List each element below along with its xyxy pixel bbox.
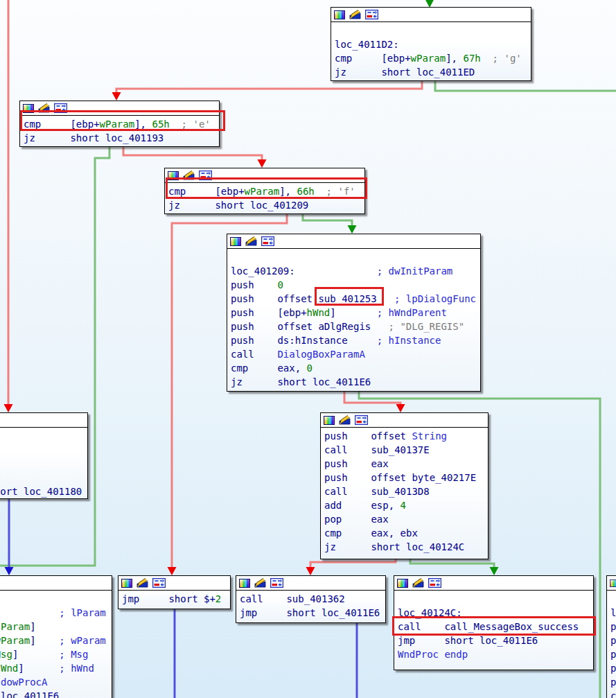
- code-line[interactable]: jmp short $+2: [122, 592, 230, 606]
- code-token[interactable]: jz short loc_401209: [168, 200, 308, 211]
- code-token[interactable]: cmp eax,: [231, 363, 307, 374]
- code-line[interactable]: push [ebp+wParam] ; wParam: [0, 634, 112, 647]
- code-token[interactable]: ]: [30, 635, 59, 646]
- group-node-icon[interactable]: [428, 578, 441, 588]
- block-titlebar[interactable]: [0, 413, 87, 428]
- code-token[interactable]: DialogBoxParamA: [277, 349, 364, 360]
- group-node-icon[interactable]: [152, 578, 166, 588]
- block-titlebar[interactable]: [321, 413, 488, 428]
- code-token[interactable]: jz short loc_401180: [0, 486, 82, 497]
- code-token[interactable]: String: [412, 430, 447, 442]
- node-color-palette-icon[interactable]: [230, 237, 241, 246]
- code-token[interactable]: ; lParam: [59, 607, 105, 618]
- code-token[interactable]: jz short loc_401193: [24, 132, 164, 143]
- node-color-palette-icon[interactable]: [397, 579, 408, 588]
- code-line[interactable]: [335, 24, 531, 37]
- code-line[interactable]: push ds:hInstance ; hInstance: [231, 333, 480, 347]
- block-titlebar[interactable]: [236, 576, 385, 591]
- code-line[interactable]: call sub_4013D8: [324, 485, 488, 498]
- code-line[interactable]: push: [610, 661, 616, 675]
- code-token[interactable]: jmp short loc_4011E6: [0, 690, 59, 698]
- code-line[interactable]: push offset byte_40217E: [324, 471, 488, 485]
- edit-node-icon[interactable]: [349, 10, 361, 19]
- code-token[interactable]: loc_4011E6:: [0, 607, 59, 618]
- group-node-icon[interactable]: [270, 578, 283, 588]
- code-token[interactable]: ],: [446, 53, 463, 64]
- code-token[interactable]: push: [231, 279, 277, 290]
- code-token[interactable]: jmp short loc_4011E6: [398, 635, 538, 646]
- code-line[interactable]: loc_4011E6: ; lParam: [0, 606, 112, 620]
- code-token[interactable]: ]: [12, 649, 59, 660]
- code-token[interactable]: push offset: [324, 430, 412, 442]
- code-line[interactable]: loc_4011D2:: [335, 37, 531, 51]
- code-token[interactable]: ; dwInitParam: [377, 265, 453, 277]
- basic-block-push_string[interactable]: push offset Stringcall sub_40137Epush ea…: [320, 412, 489, 559]
- code-token[interactable]: ; hWnd: [59, 663, 94, 674]
- code-line[interactable]: call sub_401362: [240, 592, 385, 606]
- code-token[interactable]: wParam: [411, 53, 446, 64]
- code-line[interactable]: [610, 592, 616, 606]
- code-line[interactable]: pop eax: [324, 512, 488, 526]
- code-line[interactable]: call: [610, 689, 616, 698]
- code-line[interactable]: cmp eax, 0: [231, 361, 480, 375]
- code-line[interactable]: push [ebp+hWnd] ; hWnd: [0, 661, 112, 675]
- code-token[interactable]: hWnd: [0, 663, 18, 674]
- code-line[interactable]: push: [610, 647, 616, 661]
- code-line[interactable]: push: [610, 634, 616, 647]
- code-token[interactable]: cmp [ebp+: [335, 53, 411, 64]
- code-token[interactable]: 0: [277, 279, 283, 290]
- code-token[interactable]: call: [231, 349, 277, 360]
- code-token[interactable]: push: [610, 677, 616, 688]
- code-token[interactable]: push: [610, 635, 616, 646]
- basic-block-loc_4011D2[interactable]: loc_4011D2:cmp [ebp+wParam], 67h ; 'g'jz…: [331, 7, 531, 81]
- code-line[interactable]: push: [610, 675, 616, 689]
- code-line[interactable]: jz short loc_401180: [0, 485, 87, 498]
- code-line[interactable]: jz short loc_4011E6: [231, 375, 480, 389]
- code-token[interactable]: jz short loc_4011ED: [335, 67, 475, 78]
- code-line[interactable]: jz short loc_4011ED: [335, 65, 531, 79]
- basic-block-defwindowproc[interactable]: loc_4011E6: ; lParampush [ebp+lParam]pus…: [0, 575, 112, 698]
- code-token[interactable]: pop eax: [324, 514, 389, 525]
- code-token[interactable]: 67h: [463, 53, 480, 64]
- code-line[interactable]: [0, 592, 112, 606]
- code-token[interactable]: jz short loc_40124C: [324, 541, 464, 552]
- edit-node-icon[interactable]: [137, 578, 148, 588]
- code-line[interactable]: [0, 457, 87, 471]
- edit-node-icon[interactable]: [254, 578, 266, 588]
- code-token[interactable]: ; Msg: [59, 649, 88, 660]
- edit-node-icon[interactable]: [245, 236, 257, 246]
- code-token[interactable]: hWnd: [307, 307, 331, 318]
- code-token[interactable]: Msg: [0, 649, 12, 660]
- code-line[interactable]: loc_: [610, 606, 616, 620]
- code-line[interactable]: push [ebp+lParam]: [0, 620, 112, 634]
- code-token[interactable]: ; hInstance: [377, 335, 441, 346]
- block-titlebar[interactable]: [331, 8, 531, 22]
- code-line[interactable]: jz short loc_401209: [168, 198, 364, 212]
- basic-block-loc_401209[interactable]: loc_401209: ; dwInitParampush 0push offs…: [227, 234, 481, 392]
- code-token[interactable]: call sub_401362: [240, 593, 345, 604]
- code-token[interactable]: 4: [401, 500, 406, 511]
- edit-node-icon[interactable]: [412, 578, 424, 588]
- code-token[interactable]: lParam: [0, 621, 30, 632]
- code-line[interactable]: push offset aDlgRegis ; "DLG_REGIS": [231, 320, 480, 333]
- code-line[interactable]: jmp short loc_4011E6: [240, 606, 385, 620]
- code-line[interactable]: push: [610, 620, 616, 634]
- code-line[interactable]: add esp, 4: [324, 498, 488, 512]
- code-token[interactable]: push: [610, 649, 616, 660]
- group-node-icon[interactable]: [261, 236, 274, 246]
- code-line[interactable]: [0, 443, 87, 457]
- code-line[interactable]: WndProc endp: [398, 647, 593, 661]
- code-token[interactable]: push offset aDlgRegis: [231, 321, 389, 332]
- code-line[interactable]: call DialogBoxParamA: [231, 347, 480, 361]
- code-token[interactable]: ]: [330, 307, 376, 318]
- code-token[interactable]: loc_4011D2:: [335, 39, 399, 50]
- code-token[interactable]: WndProc endp: [398, 649, 468, 660]
- code-line[interactable]: [0, 429, 87, 443]
- code-token[interactable]: push offset byte_40217E: [324, 472, 476, 483]
- block-titlebar[interactable]: [394, 576, 593, 591]
- code-token[interactable]: wParam: [0, 635, 30, 646]
- code-line[interactable]: jmp short loc_4011E6: [0, 689, 112, 698]
- code-line[interactable]: push [ebp+Msg] ; Msg: [0, 647, 112, 661]
- node-color-palette-icon[interactable]: [121, 579, 132, 588]
- code-token[interactable]: ; 'g': [481, 53, 522, 64]
